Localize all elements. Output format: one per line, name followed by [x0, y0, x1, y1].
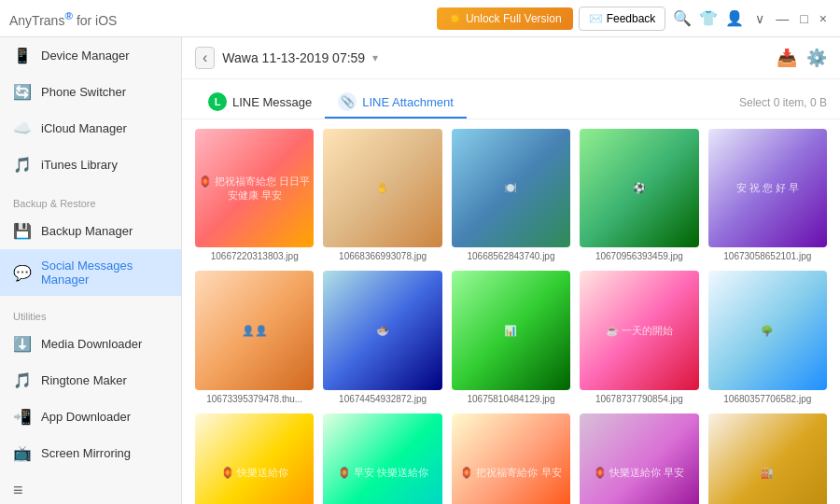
select-info: Select 0 item, 0 B: [739, 96, 827, 109]
image-thumb-4[interactable]: ⚽: [580, 129, 698, 247]
image-cell-10[interactable]: 🌳10680357706582.jpg: [708, 271, 827, 403]
sidebar-section-backup: Backup & Restore: [0, 190, 181, 213]
image-overlay-5: 安 祝 您 好 早: [708, 129, 827, 247]
search-icon[interactable]: 🔍: [673, 9, 692, 27]
image-overlay-10: 🌳: [708, 271, 827, 389]
image-thumb-2[interactable]: ✋: [323, 129, 441, 247]
app-registered: ®: [64, 9, 73, 21]
social-messages-icon: 💬: [13, 264, 32, 282]
sidebar-item-social-messages[interactable]: 💬 Social Messages Manager: [0, 249, 181, 296]
image-cell-15[interactable]: 🏭10686...: [708, 413, 827, 504]
tab-line-message[interactable]: L LINE Message: [195, 87, 325, 119]
image-overlay-9: ☕ 一天的開始: [580, 271, 698, 389]
image-overlay-4: ⚽: [580, 129, 698, 247]
app-platform: for iOS: [77, 12, 118, 27]
main-content: ‹ Wawa 11-13-2019 07:59 ▾ 📥 ⚙️ L LINE Me…: [182, 37, 840, 504]
sidebar-label-icloud-manager: iCloud Manager: [41, 121, 127, 135]
image-cell-9[interactable]: ☕ 一天的開始10678737790854.jpg: [580, 271, 698, 403]
settings-icon[interactable]: ⚙️: [806, 48, 827, 68]
breadcrumb-dropdown-arrow[interactable]: ▾: [372, 51, 378, 64]
app-downloader-icon: 📲: [13, 408, 32, 426]
image-thumb-7[interactable]: 🍜: [323, 271, 441, 389]
image-cell-11[interactable]: 🏮 快樂送給你10681...: [195, 413, 314, 504]
image-thumb-3[interactable]: 🍽️: [452, 129, 570, 247]
sidebar-label-itunes-library: iTunes Library: [41, 158, 118, 172]
image-grid-container: 🏮 把祝福寄給您 日日平安健康 早安10667220313803.jpg✋106…: [182, 119, 840, 504]
tshirt-icon[interactable]: 👕: [699, 9, 718, 27]
win-minimize[interactable]: —: [772, 9, 792, 28]
image-cell-5[interactable]: 安 祝 您 好 早10673058652101.jpg: [708, 129, 827, 261]
tab-label-line-message: LINE Message: [232, 95, 312, 109]
screen-mirroring-icon: 📺: [13, 444, 32, 462]
image-thumb-13[interactable]: 🏮 把祝福寄給你 早安: [452, 413, 570, 504]
app-body: 📱 Device Manager 🔄 Phone Switcher ☁️ iCl…: [0, 37, 840, 504]
win-chevron[interactable]: ∨: [751, 9, 768, 28]
titlebar-icons: 🔍 👕 👤: [673, 9, 744, 27]
sidebar-label-app-downloader: App Downloader: [41, 410, 131, 424]
image-thumb-9[interactable]: ☕ 一天的開始: [580, 271, 698, 389]
image-cell-8[interactable]: 📊10675810484129.jpg: [452, 271, 570, 403]
back-button[interactable]: ‹: [195, 47, 215, 69]
unlock-button[interactable]: ☀️ Unlock Full Version: [437, 7, 573, 30]
image-filename-9: 10678737790854.jpg: [580, 394, 698, 404]
image-thumb-1[interactable]: 🏮 把祝福寄給您 日日平安健康 早安: [195, 129, 314, 247]
sidebar-item-media-downloader[interactable]: ⬇️ Media Downloader: [0, 326, 181, 362]
sidebar-item-ringtone-maker[interactable]: 🎵 Ringtone Maker: [0, 362, 181, 399]
image-filename-10: 10680357706582.jpg: [708, 394, 827, 404]
sidebar-label-backup-manager: Backup Manager: [41, 224, 133, 238]
sidebar-item-itunes-library[interactable]: 🎵 iTunes Library: [0, 147, 181, 183]
image-cell-13[interactable]: 🏮 把祝福寄給你 早安10684...: [452, 413, 570, 504]
tab-line-attachment[interactable]: 📎 LINE Attachment: [325, 87, 467, 119]
image-filename-6: 10673395379478.thu...: [195, 394, 314, 404]
sidebar-item-screen-mirroring[interactable]: 📺 Screen Mirroring: [0, 435, 181, 471]
app-logo: AnyTrans® for iOS: [9, 9, 437, 28]
image-overlay-1: 🏮 把祝福寄給您 日日平安健康 早安: [195, 129, 314, 247]
image-overlay-11: 🏮 快樂送給你: [195, 413, 314, 504]
image-filename-5: 10673058652101.jpg: [708, 251, 827, 261]
image-cell-2[interactable]: ✋10668366993078.jpg: [323, 129, 441, 261]
image-filename-4: 10670956393459.jpg: [580, 251, 698, 261]
image-filename-2: 10668366993078.jpg: [323, 251, 441, 261]
image-cell-6[interactable]: 👤👤10673395379478.thu...: [195, 271, 314, 403]
image-cell-14[interactable]: 🏮 快樂送給你 早安10685...: [580, 413, 698, 504]
image-thumb-11[interactable]: 🏮 快樂送給你: [195, 413, 314, 504]
sidebar-label-phone-switcher: Phone Switcher: [41, 85, 126, 99]
image-overlay-3: 🍽️: [452, 129, 570, 247]
image-thumb-8[interactable]: 📊: [452, 271, 570, 389]
sidebar-item-phone-switcher[interactable]: 🔄 Phone Switcher: [0, 74, 181, 110]
image-cell-12[interactable]: 🏮 早安 快樂送給你10683...: [323, 413, 441, 504]
win-maximize[interactable]: □: [796, 9, 811, 28]
image-thumb-12[interactable]: 🏮 早安 快樂送給你: [323, 413, 441, 504]
image-overlay-7: 🍜: [323, 271, 441, 389]
win-close[interactable]: ×: [816, 9, 831, 28]
image-overlay-13: 🏮 把祝福寄給你 早安: [452, 413, 570, 504]
ringtone-maker-icon: 🎵: [13, 371, 32, 389]
image-cell-7[interactable]: 🍜10674454932872.jpg: [323, 271, 441, 403]
sidebar-label-device-manager: Device Manager: [41, 49, 130, 63]
itunes-library-icon: 🎵: [13, 156, 32, 174]
import-icon[interactable]: 📥: [777, 48, 797, 68]
image-overlay-6: 👤👤: [195, 271, 314, 389]
image-thumb-15[interactable]: 🏭: [708, 413, 827, 504]
window-controls: ∨ — □ ×: [751, 9, 831, 28]
sidebar-item-icloud-manager[interactable]: ☁️ iCloud Manager: [0, 110, 181, 147]
hamburger-menu[interactable]: ≡: [0, 471, 181, 504]
image-thumb-6[interactable]: 👤👤: [195, 271, 314, 389]
image-cell-3[interactable]: 🍽️10668562843740.jpg: [452, 129, 570, 261]
sidebar-label-screen-mirroring: Screen Mirroring: [41, 446, 131, 460]
breadcrumb-actions: 📥 ⚙️: [777, 48, 827, 68]
feedback-button[interactable]: ✉️ Feedback: [579, 7, 666, 31]
image-thumb-5[interactable]: 安 祝 您 好 早: [708, 129, 827, 247]
image-thumb-10[interactable]: 🌳: [708, 271, 827, 389]
sidebar-item-device-manager[interactable]: 📱 Device Manager: [0, 37, 181, 74]
sidebar-item-app-downloader[interactable]: 📲 App Downloader: [0, 399, 181, 435]
feedback-label: Feedback: [607, 12, 656, 25]
image-cell-4[interactable]: ⚽10670956393459.jpg: [580, 129, 698, 261]
sidebar-item-backup-manager[interactable]: 💾 Backup Manager: [0, 213, 181, 249]
breadcrumb-bar: ‹ Wawa 11-13-2019 07:59 ▾ 📥 ⚙️: [182, 37, 840, 79]
user-icon[interactable]: 👤: [725, 9, 744, 27]
titlebar: AnyTrans® for iOS ☀️ Unlock Full Version…: [0, 0, 840, 37]
image-thumb-14[interactable]: 🏮 快樂送給你 早安: [580, 413, 698, 504]
image-cell-1[interactable]: 🏮 把祝福寄給您 日日平安健康 早安10667220313803.jpg: [195, 129, 314, 261]
line-message-icon: L: [208, 92, 227, 111]
